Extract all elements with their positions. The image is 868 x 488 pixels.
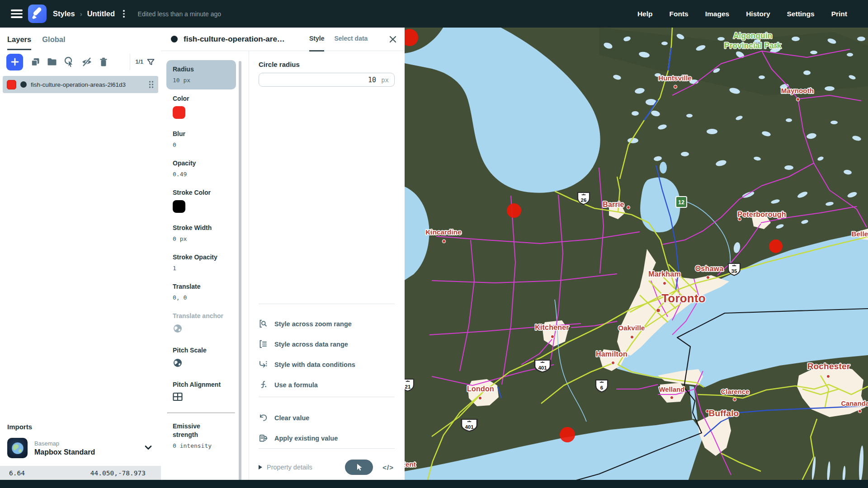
action-style-across-zoom-range[interactable]: Style across zoom range (259, 314, 395, 334)
property-label: Translate (173, 282, 226, 291)
zoom-level: 6.64 (9, 469, 25, 477)
close-panel-icon[interactable] (388, 35, 397, 44)
editor-divider (259, 304, 395, 304)
city-dot (630, 335, 633, 338)
property-emissive-strength[interactable]: Emissive strength0 intensity (166, 417, 236, 455)
chevron-down-icon[interactable] (143, 442, 154, 455)
mapbox-studio-app: Styles › Untitled Edited less than a min… (0, 0, 868, 488)
color-swatch[interactable] (173, 200, 185, 213)
menu-icon[interactable] (11, 9, 23, 18)
sidebar: Layers Global 1/1 (0, 28, 161, 480)
value-actions: Clear valueApply existing value (259, 408, 395, 448)
add-layer-button[interactable] (6, 54, 23, 70)
highway-shield-6: 6 (596, 380, 608, 392)
property-stroke-opacity[interactable]: Stroke Opacity1 (166, 248, 236, 277)
editor-heading: Circle radius (259, 61, 300, 68)
property-radius[interactable]: Radius10 px (166, 60, 236, 89)
duplicate-layer-icon[interactable] (30, 57, 41, 67)
topbar-nav-images[interactable]: Images (705, 10, 729, 18)
data-conditions-icon (259, 360, 268, 369)
map-label-belleville: Belleville (851, 230, 868, 238)
data-point[interactable] (507, 203, 521, 218)
expand-details-icon[interactable] (259, 465, 262, 469)
group-folder-icon[interactable] (47, 56, 57, 67)
map-label-barrie: Barrie (603, 201, 624, 208)
property-details-toggle[interactable]: Property details (267, 464, 312, 471)
toggle-visibility-icon[interactable] (81, 56, 93, 68)
action-style-across-data-range[interactable]: Style across data range (259, 334, 395, 354)
breadcrumb: Styles › Untitled Edited less than a min… (53, 0, 221, 28)
tab-layers[interactable]: Layers (7, 35, 31, 50)
topbar-nav-help[interactable]: Help (637, 10, 653, 18)
map-label-hamilton: Hamilton (596, 350, 627, 358)
drag-handle-icon[interactable] (148, 80, 154, 89)
cursor-coordinates: 44.050,-78.973 (90, 469, 152, 477)
circle-radius-input[interactable] (264, 75, 377, 84)
breadcrumb-styles[interactable]: Styles (53, 9, 75, 18)
property-label: Radius (173, 65, 226, 74)
panel-header: fish-culture-operation-are… Style Select… (161, 28, 405, 51)
delete-layer-icon[interactable] (99, 57, 108, 67)
topbar-nav-print[interactable]: Print (831, 10, 847, 18)
map-label-oakville: Oakville (618, 324, 645, 332)
city-dot (858, 409, 861, 413)
action-label: Style across zoom range (274, 320, 352, 328)
topbar-nav-fonts[interactable]: Fonts (670, 10, 689, 18)
tab-style[interactable]: Style (309, 27, 324, 52)
property-list-scrollbar[interactable] (239, 61, 241, 488)
basemap-import[interactable]: Basemap Mapbox Standard (7, 438, 154, 458)
property-translate[interactable]: Translate0, 0 (166, 277, 236, 307)
apply-icon (259, 434, 268, 443)
action-use-a-formula[interactable]: Use a formula (259, 375, 395, 395)
circle-radius-field: px (259, 73, 395, 87)
code-view-button[interactable]: </> (382, 464, 394, 471)
highway-shield-401: 401 (462, 419, 477, 432)
action-label: Apply existing value (274, 435, 338, 442)
filter-layers-icon[interactable] (147, 58, 155, 66)
action-clear-value[interactable]: Clear value (259, 408, 395, 428)
mapbox-studio-logo[interactable] (28, 5, 47, 23)
city-dot (733, 398, 736, 401)
topbar-nav-history[interactable]: History (746, 10, 770, 18)
layer-row[interactable]: fish-culture-operation-areas-2l61d3 (3, 76, 158, 93)
panel-layer-title: fish-culture-operation-are… (184, 35, 309, 44)
highway-shield-401: 401 (535, 360, 550, 372)
property-value: 10 px (173, 77, 230, 84)
city-dot (674, 85, 677, 88)
map-label-clarence: Clarence (721, 388, 750, 395)
select-on-map-icon[interactable] (63, 56, 75, 68)
radius-unit: px (381, 76, 389, 84)
style-title[interactable]: Untitled (87, 9, 115, 18)
property-value: 1 (173, 265, 230, 272)
action-label: Use a formula (274, 381, 318, 389)
property-stroke-color[interactable]: Stroke Color (166, 183, 236, 219)
action-apply-existing-value[interactable]: Apply existing value (259, 428, 395, 448)
style-options-icon[interactable] (122, 9, 126, 19)
property-pitch-alignment[interactable]: Pitch Alignment (166, 375, 236, 409)
tab-select-data[interactable]: Select data (334, 27, 368, 52)
property-opacity[interactable]: Opacity0.49 (166, 154, 236, 183)
action-style-with-data-conditions[interactable]: Style with data conditions (259, 354, 395, 375)
property-blur[interactable]: Blur0 (166, 125, 236, 154)
data-point[interactable] (769, 239, 783, 253)
topbar-nav-settings[interactable]: Settings (787, 10, 815, 18)
property-stroke-width[interactable]: Stroke Width0 px (166, 219, 236, 248)
color-swatch[interactable] (173, 106, 185, 119)
city-dot (478, 396, 481, 399)
property-translate-anchor[interactable]: Translate anchor (166, 307, 236, 341)
cursor-mode-button[interactable] (345, 460, 373, 475)
property-value: 0 (173, 141, 230, 148)
data-point[interactable] (560, 427, 575, 442)
editor-divider (259, 448, 395, 449)
property-value: 0.49 (173, 171, 230, 178)
svg-text:35: 35 (731, 268, 737, 274)
imports-heading: Imports (7, 423, 154, 431)
grid-icon (173, 392, 230, 403)
map-canvas[interactable]: 261235401401216 AlgonquinProvincial Park… (405, 28, 868, 480)
city-dot (611, 361, 614, 364)
svg-text:21: 21 (405, 384, 411, 389)
property-pitch-scale[interactable]: Pitch Scale (166, 341, 236, 375)
property-label: Emissive strength (173, 422, 226, 439)
property-color[interactable]: Color (166, 89, 236, 125)
tab-global[interactable]: Global (42, 35, 65, 50)
